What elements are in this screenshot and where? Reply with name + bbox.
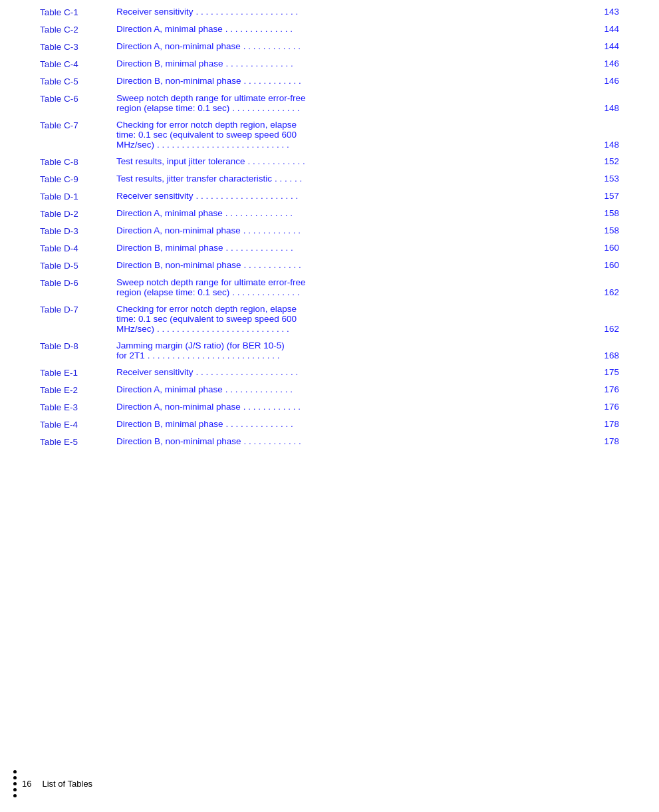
toc-title-table-e-1: Receiver sensitivity bbox=[116, 367, 194, 377]
toc-row-table-c-4[interactable]: Table C-4Direction B, minimal phase. . .… bbox=[40, 59, 619, 69]
toc-page-table-c-3: 144 bbox=[596, 41, 619, 51]
toc-page-table-c-7: 148 bbox=[596, 140, 619, 150]
toc-page-table-e-2: 176 bbox=[596, 384, 619, 394]
toc-row-table-c-1[interactable]: Table C-1Receiver sensitivity. . . . . .… bbox=[40, 7, 619, 17]
toc-title-line1-table-c-7: Checking for error notch depth region, e… bbox=[116, 120, 297, 130]
toc-right-table-c-9: Test results, jitter transfer characteri… bbox=[116, 174, 619, 184]
toc-title-table-e-4: Direction B, minimal phase bbox=[116, 419, 223, 429]
toc-row-table-d-4[interactable]: Table D-4Direction B, minimal phase. . .… bbox=[40, 243, 619, 253]
toc-label-table-c-7: Table C-7 bbox=[40, 120, 116, 130]
toc-page-table-c-1: 143 bbox=[596, 7, 619, 17]
toc-page-table-e-5: 178 bbox=[596, 436, 619, 446]
toc-right-table-d-2: Direction A, minimal phase. . . . . . . … bbox=[116, 208, 619, 218]
toc-title-line1-table-c-6: Sweep notch depth range for ultimate err… bbox=[116, 93, 305, 103]
toc-label-table-d-2: Table D-2 bbox=[40, 208, 116, 219]
toc-right-table-d-3: Direction A, non-minimal phase. . . . . … bbox=[116, 225, 619, 235]
toc-label-table-c-9: Table C-9 bbox=[40, 174, 116, 184]
toc-page-table-d-5: 160 bbox=[596, 260, 619, 270]
toc-title-table-d-3: Direction A, non-minimal phase bbox=[116, 225, 241, 235]
toc-row-table-c-8[interactable]: Table C-8Test results, input jitter tole… bbox=[40, 156, 619, 167]
toc-label-table-c-8: Table C-8 bbox=[40, 156, 116, 167]
toc-right-table-c-4: Direction B, minimal phase. . . . . . . … bbox=[116, 59, 619, 68]
toc-row-table-e-2[interactable]: Table E-2Direction A, minimal phase. . .… bbox=[40, 384, 619, 395]
toc-row-table-c-6[interactable]: Table C-6Sweep notch depth range for ult… bbox=[40, 93, 619, 113]
toc-dots-table-c-9: . . . . . . bbox=[272, 174, 596, 184]
toc-row-table-e-5[interactable]: Table E-5Direction B, non-minimal phase.… bbox=[40, 436, 619, 447]
toc-row-table-e-1[interactable]: Table E-1Receiver sensitivity. . . . . .… bbox=[40, 367, 619, 378]
toc-label-table-d-8: Table D-8 bbox=[40, 340, 116, 351]
toc-label-table-c-2: Table C-2 bbox=[40, 24, 116, 35]
toc-row-table-c-9[interactable]: Table C-9Test results, jitter transfer c… bbox=[40, 174, 619, 184]
toc-title-table-c-8: Test results, input jitter tolerance bbox=[116, 156, 245, 166]
toc-right-table-c-3: Direction A, non-minimal phase. . . . . … bbox=[116, 41, 619, 51]
toc-label-table-e-4: Table E-4 bbox=[40, 419, 116, 430]
toc-right-table-e-3: Direction A, non-minimal phase. . . . . … bbox=[116, 402, 619, 412]
toc-right-table-c-7: Checking for error notch depth region, e… bbox=[116, 120, 619, 150]
toc-page-table-e-4: 178 bbox=[596, 419, 619, 429]
toc-dots-table-c-5: . . . . . . . . . . . . bbox=[241, 76, 596, 86]
toc-dots-table-c-8: . . . . . . . . . . . . bbox=[245, 156, 596, 166]
toc-label-table-d-1: Table D-1 bbox=[40, 191, 116, 202]
toc-title-line2-table-d-6: region (elapse time: 0.1 sec) bbox=[116, 287, 229, 297]
toc-right-table-c-8: Test results, input jitter tolerance. . … bbox=[116, 156, 619, 166]
toc-row-table-d-7[interactable]: Table D-7Checking for error notch depth … bbox=[40, 304, 619, 334]
toc-page-table-e-3: 176 bbox=[596, 402, 619, 412]
toc-title-table-e-5: Direction B, non-minimal phase bbox=[116, 436, 241, 446]
toc-page-table-c-6: 148 bbox=[596, 103, 619, 113]
toc-title-line2-table-d-7: time: 0.1 sec (equivalent to sweep speed… bbox=[116, 314, 297, 324]
toc-label-table-d-5: Table D-5 bbox=[40, 260, 116, 271]
toc-page-table-e-1: 175 bbox=[596, 367, 619, 377]
toc-dots-table-d-3: . . . . . . . . . . . . bbox=[241, 225, 596, 235]
toc-dots-table-c-3: . . . . . . . . . . . . bbox=[241, 41, 596, 51]
footer-dots bbox=[13, 769, 17, 799]
toc-label-table-c-5: Table C-5 bbox=[40, 76, 116, 86]
toc-label-table-c-3: Table C-3 bbox=[40, 41, 116, 52]
toc-dots-table-c-1: . . . . . . . . . . . . . . . . . . . . … bbox=[194, 7, 596, 17]
toc-page-table-c-9: 153 bbox=[596, 174, 619, 184]
toc-row-table-d-3[interactable]: Table D-3Direction A, non-minimal phase.… bbox=[40, 225, 619, 236]
toc-dots-table-d-2: . . . . . . . . . . . . . . bbox=[223, 208, 596, 218]
toc-page-table-d-8: 168 bbox=[596, 350, 619, 360]
toc-label-table-e-5: Table E-5 bbox=[40, 436, 116, 447]
toc-row-table-c-5[interactable]: Table C-5Direction B, non-minimal phase.… bbox=[40, 76, 619, 86]
toc-row-table-c-3[interactable]: Table C-3Direction A, non-minimal phase.… bbox=[40, 41, 619, 52]
toc-row-table-e-3[interactable]: Table E-3Direction A, non-minimal phase.… bbox=[40, 402, 619, 412]
toc-title-table-c-9: Test results, jitter transfer characteri… bbox=[116, 174, 272, 184]
toc-right-table-e-2: Direction A, minimal phase. . . . . . . … bbox=[116, 384, 619, 394]
toc-dots-table-d-8: . . . . . . . . . . . . . . . . . . . . … bbox=[145, 350, 596, 360]
toc-right-table-d-5: Direction B, non-minimal phase. . . . . … bbox=[116, 260, 619, 270]
toc-title-line2-table-c-6: region (elapse time: 0.1 sec) bbox=[116, 103, 229, 113]
toc-page-table-d-4: 160 bbox=[596, 243, 619, 253]
toc-row-table-d-5[interactable]: Table D-5Direction B, non-minimal phase.… bbox=[40, 260, 619, 271]
footer-dot-3 bbox=[13, 782, 17, 785]
toc-row-table-d-1[interactable]: Table D-1Receiver sensitivity. . . . . .… bbox=[40, 191, 619, 202]
toc-dots-table-d-6: . . . . . . . . . . . . . . bbox=[229, 287, 596, 297]
toc-title-line1-table-d-8: Jamming margin (J/S ratio) (for BER 10-5… bbox=[116, 340, 285, 350]
toc-row-table-c-7[interactable]: Table C-7Checking for error notch depth … bbox=[40, 120, 619, 150]
toc-row-table-d-8[interactable]: Table D-8Jamming margin (J/S ratio) (for… bbox=[40, 340, 619, 360]
toc-row-table-c-2[interactable]: Table C-2Direction A, minimal phase. . .… bbox=[40, 24, 619, 35]
toc-title-line3-table-d-7: MHz/sec) bbox=[116, 324, 154, 334]
toc-row-table-d-6[interactable]: Table D-6Sweep notch depth range for ult… bbox=[40, 277, 619, 297]
toc-page-table-d-1: 157 bbox=[596, 191, 619, 201]
footer-page-number: 16 bbox=[22, 779, 31, 789]
toc-title-table-d-1: Receiver sensitivity bbox=[116, 191, 194, 201]
toc-page-table-d-7: 162 bbox=[596, 324, 619, 334]
toc-title-line1-table-d-7: Checking for error notch depth region, e… bbox=[116, 304, 297, 314]
toc-label-table-d-7: Table D-7 bbox=[40, 304, 116, 315]
toc-title-table-c-1: Receiver sensitivity bbox=[116, 7, 194, 17]
toc-label-table-e-3: Table E-3 bbox=[40, 402, 116, 412]
toc-dots-table-c-4: . . . . . . . . . . . . . . bbox=[223, 59, 596, 68]
toc-dots-table-d-1: . . . . . . . . . . . . . . . . . . . . … bbox=[194, 191, 596, 201]
toc-title-table-c-3: Direction A, non-minimal phase bbox=[116, 41, 241, 51]
footer: 16 List of Tables bbox=[0, 769, 659, 799]
toc-title-line2-table-c-7: time: 0.1 sec (equivalent to sweep speed… bbox=[116, 130, 297, 140]
toc-row-table-e-4[interactable]: Table E-4Direction B, minimal phase. . .… bbox=[40, 419, 619, 430]
toc-page-table-d-3: 158 bbox=[596, 225, 619, 235]
toc-page-table-c-5: 146 bbox=[596, 76, 619, 86]
toc-label-table-d-3: Table D-3 bbox=[40, 225, 116, 236]
toc-page-table-c-4: 146 bbox=[596, 59, 619, 68]
toc-title-table-c-2: Direction A, minimal phase bbox=[116, 24, 223, 34]
toc-title-line1-table-d-6: Sweep notch depth range for ultimate err… bbox=[116, 277, 305, 287]
toc-row-table-d-2[interactable]: Table D-2Direction A, minimal phase. . .… bbox=[40, 208, 619, 219]
